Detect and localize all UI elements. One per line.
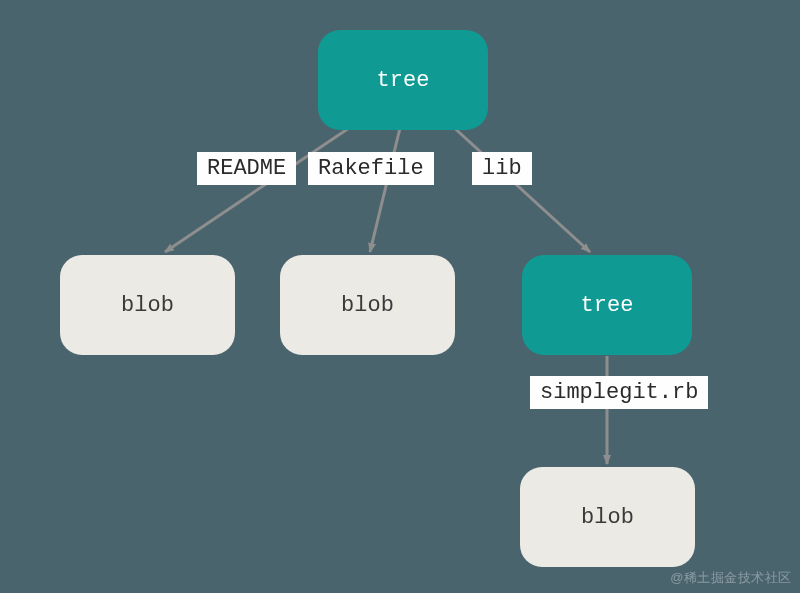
edge-label-rakefile: Rakefile bbox=[308, 152, 434, 185]
watermark-text: @稀土掘金技术社区 bbox=[670, 569, 792, 587]
svg-line-2 bbox=[370, 128, 400, 252]
node-label: blob bbox=[341, 293, 394, 318]
node-label: tree bbox=[581, 293, 634, 318]
blob-rakefile-node: blob bbox=[280, 255, 455, 355]
edge-label-lib: lib bbox=[472, 152, 532, 185]
root-tree-node: tree bbox=[318, 30, 488, 130]
node-label: tree bbox=[377, 68, 430, 93]
edge-label-readme: README bbox=[197, 152, 296, 185]
node-label: blob bbox=[121, 293, 174, 318]
svg-line-1 bbox=[165, 124, 355, 252]
node-label: blob bbox=[581, 505, 634, 530]
svg-line-3 bbox=[450, 124, 590, 252]
lib-tree-node: tree bbox=[522, 255, 692, 355]
blob-readme-node: blob bbox=[60, 255, 235, 355]
edge-label-simplegit: simplegit.rb bbox=[530, 376, 708, 409]
blob-simplegit-node: blob bbox=[520, 467, 695, 567]
